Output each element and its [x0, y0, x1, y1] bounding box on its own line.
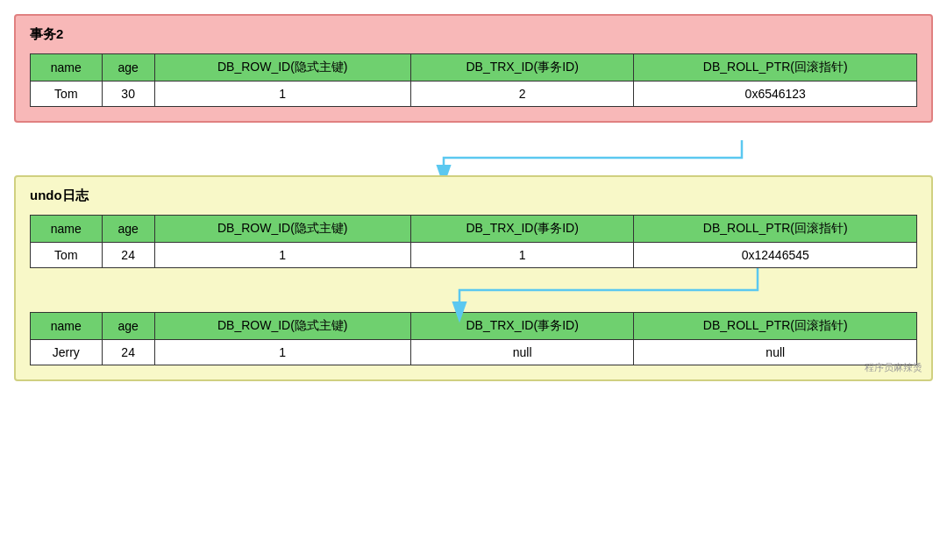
td-age-3: 24	[102, 340, 154, 365]
transaction-header-row: name age DB_ROW_ID(隐式主键) DB_TRX_ID(事务ID)…	[31, 54, 917, 82]
th-name-1: name	[31, 54, 103, 82]
undo-table-2: name age DB_ROW_ID(隐式主键) DB_TRX_ID(事务ID)…	[30, 312, 917, 365]
td-trxid-1: 2	[410, 82, 634, 107]
undo-section: undo日志 name age DB_ROW_ID(隐式主键) DB_TRX_I…	[14, 175, 933, 381]
th-rowid-1: DB_ROW_ID(隐式主键)	[154, 54, 410, 82]
td-rollptr-1: 0x6546123	[634, 82, 917, 107]
th-rollptr-1: DB_ROLL_PTR(回滚指针)	[634, 54, 917, 82]
undo-title: undo日志	[30, 188, 917, 204]
th-rowid-2: DB_ROW_ID(隐式主键)	[154, 216, 410, 243]
td-name-2: Tom	[31, 243, 103, 268]
transaction-section: 事务2 name age DB_ROW_ID(隐式主键) DB_TRX_ID(事…	[14, 14, 933, 123]
th-age-3: age	[102, 313, 154, 340]
th-trxid-2: DB_TRX_ID(事务ID)	[410, 216, 634, 243]
th-trxid-1: DB_TRX_ID(事务ID)	[410, 54, 634, 82]
th-rowid-3: DB_ROW_ID(隐式主键)	[154, 313, 410, 340]
td-rowid-1: 1	[154, 82, 410, 107]
th-name-2: name	[31, 216, 103, 243]
th-name-3: name	[31, 313, 103, 340]
transaction-table: name age DB_ROW_ID(隐式主键) DB_TRX_ID(事务ID)…	[30, 53, 917, 107]
undo2-header-row: name age DB_ROW_ID(隐式主键) DB_TRX_ID(事务ID)…	[31, 313, 917, 340]
undo2-data-row: Jerry 24 1 null null	[31, 340, 917, 365]
th-age-1: age	[102, 54, 154, 82]
td-rollptr-2: 0x12446545	[634, 243, 917, 268]
undo1-header-row: name age DB_ROW_ID(隐式主键) DB_TRX_ID(事务ID)…	[31, 216, 917, 243]
transaction-title: 事务2	[30, 26, 917, 43]
td-trxid-2: 1	[410, 243, 634, 268]
td-trxid-3: null	[410, 340, 634, 365]
arrow-gap-2	[30, 268, 917, 312]
th-trxid-3: DB_TRX_ID(事务ID)	[410, 313, 634, 340]
td-name-1: Tom	[31, 82, 103, 107]
th-rollptr-2: DB_ROLL_PTR(回滚指针)	[634, 216, 917, 243]
arrow-svg-1	[14, 140, 933, 175]
transaction-data-row: Tom 30 1 2 0x6546123	[31, 82, 917, 107]
watermark: 程序员麻辣烫	[865, 361, 922, 374]
arrow-svg-2	[30, 268, 917, 312]
td-rowid-3: 1	[154, 340, 410, 365]
page-wrapper: 事务2 name age DB_ROW_ID(隐式主键) DB_TRX_ID(事…	[14, 14, 933, 381]
td-name-3: Jerry	[31, 340, 103, 365]
th-rollptr-3: DB_ROLL_PTR(回滚指针)	[634, 313, 917, 340]
undo1-data-row: Tom 24 1 1 0x12446545	[31, 243, 917, 268]
th-age-2: age	[102, 216, 154, 243]
td-rowid-2: 1	[154, 243, 410, 268]
td-age-2: 24	[102, 243, 154, 268]
undo-table-1: name age DB_ROW_ID(隐式主键) DB_TRX_ID(事务ID)…	[30, 215, 917, 268]
arrow-gap-1	[14, 140, 933, 175]
td-age-1: 30	[102, 82, 154, 107]
